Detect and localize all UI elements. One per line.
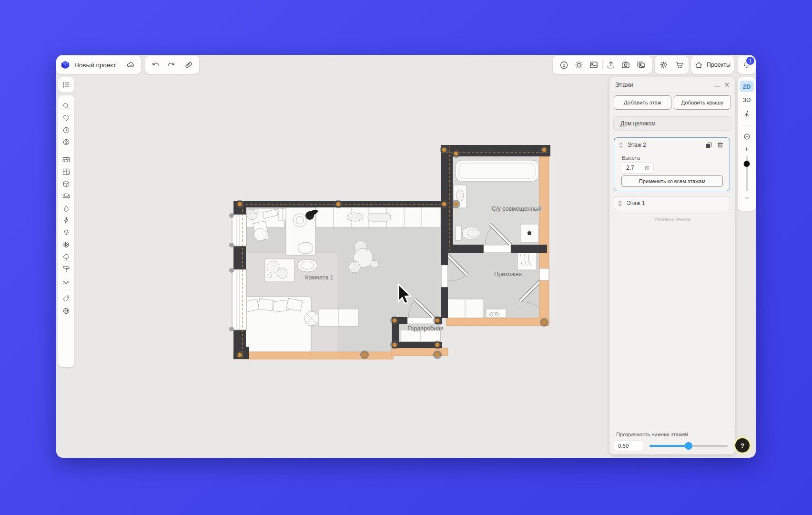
floors-panel: Этажи Добавить этаж Добавить крышу Дом ц… [609,77,735,454]
room-label: С/у совмещенный [492,206,541,212]
snapshot-camera-icon[interactable] [619,58,632,72]
project-title-card: Новый проект [56,56,141,74]
reorder-arrows[interactable] [617,200,623,206]
zoom-level-icon[interactable]: 2 [557,58,570,72]
floor-2-card[interactable]: Этаж 2 Высота 2.7 m Применить ко всем эт… [614,137,730,191]
help-button[interactable]: ? [735,438,750,453]
cloud-sync-icon[interactable] [124,58,137,72]
opacity-slider-fill [650,445,689,447]
zoom-slider[interactable] [746,156,748,191]
close-icon[interactable] [724,82,730,88]
divider [602,60,603,70]
projects-button[interactable]: Проекты [691,56,734,74]
bathroom-drop-icon[interactable] [60,202,72,215]
opacity-slider-thumb[interactable] [685,442,692,450]
projects-label: Проекты [707,62,731,68]
decor-flower-icon[interactable] [60,239,72,251]
ground-level-label: Уровень земли [609,216,735,222]
floors-panel-title: Этажи [615,81,710,88]
floor-2-name: Этаж 2 [628,142,703,148]
lighting-lamp-icon[interactable] [60,227,72,239]
render-toolbar: 2 [553,56,652,74]
delete-floor-icon[interactable] [714,139,726,151]
price-tag-icon[interactable] [60,293,72,305]
height-input[interactable]: 2.7 m [622,162,654,174]
help-label: ? [741,442,744,449]
undo-button[interactable] [149,58,162,72]
app-logo [60,60,71,70]
height-value: 2.7 [626,165,634,171]
move-down-icon[interactable] [618,204,622,206]
freeform-squiggle-icon[interactable] [60,275,72,288]
project-title: Новый проект [74,62,116,69]
walk-mode-icon[interactable] [740,107,753,121]
room-label: Гардеробная [407,325,444,332]
height-label: Высота [622,155,730,161]
catalog-sidebar [58,95,74,367]
opacity-slider[interactable] [650,445,728,447]
gallery-icon[interactable] [634,58,648,72]
floor-1-name: Этаж 1 [627,200,727,206]
constructions-cube-icon[interactable] [60,178,72,190]
floors-panel-header: Этажи [609,77,735,92]
windows-doors-icon[interactable] [60,166,72,178]
reorder-arrows[interactable] [618,142,624,148]
room-label: Комната 1 [305,274,333,281]
zoom-slider-thumb[interactable] [744,161,750,167]
add-roof-button[interactable]: Добавить крышу [674,95,731,110]
electrical-bolt-icon[interactable] [60,215,72,227]
apply-to-all-floors-button[interactable]: Применить ко всем этажам [621,175,723,187]
move-up-icon[interactable] [619,142,623,144]
brightness-icon[interactable] [572,58,586,72]
orbit-target-icon[interactable] [740,130,753,143]
duplicate-floor-icon[interactable] [703,139,714,151]
furniture-armchair-icon[interactable] [60,190,72,203]
export-icon[interactable] [604,58,618,72]
garden-tree-icon[interactable] [60,251,72,263]
notifications-button[interactable]: 1 [738,56,756,74]
bell-icon: 1 [740,58,753,72]
move-up-icon[interactable] [618,200,622,203]
minimize-icon[interactable] [714,82,720,88]
divider [180,60,180,70]
materials-roller-icon[interactable] [60,263,72,276]
whole-house-label: Дом целиком [620,120,656,127]
mode-3d-button[interactable]: 3D [740,94,754,105]
zoom-out-button[interactable]: − [744,194,749,202]
search-icon[interactable] [60,100,72,112]
settings-gear-icon[interactable] [657,58,670,72]
ruler-button[interactable] [182,58,195,72]
opacity-input[interactable]: 0.50 [614,440,643,451]
divider [742,125,751,125]
zoom-badge-text: 2 [563,62,565,67]
add-floor-button[interactable]: Добавить этаж [614,95,671,110]
list-icon [62,81,71,89]
opacity-section: Прозрачность нижних этажей 0.50 [609,428,735,454]
background-image-icon[interactable] [587,58,600,72]
mode-2d-button[interactable]: 2D [740,81,754,92]
app-window: Новый проект 2 [56,55,756,458]
view-toolbar: 2D 3D + − [738,77,756,211]
browser-globe-icon[interactable] [60,305,72,317]
opacity-value: 0.50 [618,443,629,449]
settings-toolbar [655,56,689,74]
hallway-right-door-opening[interactable] [539,268,549,280]
catalog-list-button[interactable] [58,77,74,93]
room-label: Прихожая [494,271,522,278]
zoom-in-button[interactable]: + [744,145,749,153]
floor-1-card[interactable]: Этаж 1 [614,196,730,210]
home-icon [694,58,704,72]
floor-plan-canvas[interactable]: Комната 1 С/у совмещенный Прихожая Гарде… [214,131,558,370]
walls-icon[interactable] [60,154,72,166]
recent-clock-icon[interactable] [60,124,72,136]
windows[interactable] [229,213,246,331]
height-unit: m [645,165,650,171]
favorites-heart-icon[interactable] [60,112,72,124]
redo-button[interactable] [164,58,178,72]
whole-house-row[interactable]: Дом целиком [613,116,731,131]
divider [609,92,735,93]
move-down-icon[interactable] [619,146,623,148]
divider [609,214,735,214]
cart-icon[interactable] [673,58,686,72]
profile-icon[interactable] [60,136,72,149]
